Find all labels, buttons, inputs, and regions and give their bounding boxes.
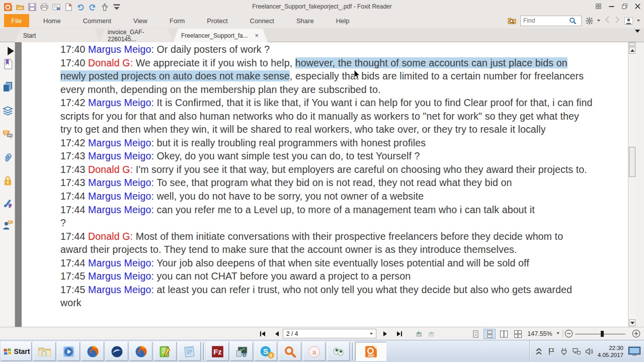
- taskbar-button-a-ring[interactable]: a: [303, 342, 326, 361]
- ribbon-tab-form[interactable]: Form: [158, 14, 196, 27]
- user-avatar[interactable]: [624, 17, 633, 25]
- power-plug-icon[interactable]: [560, 347, 568, 355]
- message-text: To see, that program what they bid on is…: [154, 177, 512, 188]
- message-sender: Margus Meigo:: [88, 257, 154, 268]
- search-in-files-icon[interactable]: [508, 17, 516, 25]
- hidden-icons-chevron-icon[interactable]: [535, 347, 543, 355]
- zoom-out-button[interactable]: [565, 329, 573, 338]
- media-player-icon: [62, 345, 75, 358]
- page-dropdown-caret[interactable]: [370, 333, 373, 335]
- speaker-icon[interactable]: [585, 347, 593, 355]
- comments-icon[interactable]: [2, 129, 14, 140]
- ribbon-tab-connect[interactable]: Connect: [239, 14, 285, 27]
- zoom-level[interactable]: 147.55%: [524, 330, 555, 337]
- person-chat-icon[interactable]: [2, 219, 14, 231]
- pages-icon[interactable]: [2, 81, 14, 93]
- win-close-icon[interactable]: [634, 3, 641, 10]
- first-page-button[interactable]: [258, 329, 268, 338]
- close-tab-icon[interactable]: ×: [255, 32, 259, 39]
- taskbar-button-foxit-pdf[interactable]: PDF: [355, 342, 386, 361]
- taskbar-button-explorer[interactable]: [33, 342, 56, 361]
- taskbar-separator: [352, 343, 354, 360]
- pdf-page[interactable]: 17:40 Margus Meigo: Or daily posters of …: [22, 42, 628, 327]
- zoom-slider-thumb[interactable]: [601, 331, 604, 337]
- gear-icon[interactable]: [586, 17, 593, 25]
- doc-tab-2[interactable]: invoice_GAF-2260145...: [100, 29, 173, 42]
- paperclip-icon[interactable]: [2, 152, 14, 163]
- find-input[interactable]: [521, 17, 569, 25]
- taskbar-button-search-tool[interactable]: [279, 342, 301, 361]
- taskbar-button-firefox[interactable]: [130, 342, 152, 361]
- page-number-box[interactable]: 2 / 4: [283, 329, 376, 338]
- taskbar-button-filezilla[interactable]: Fz: [206, 342, 229, 361]
- message-sender: Margus Meigo:: [88, 44, 154, 55]
- win-restore-icon[interactable]: [621, 3, 628, 10]
- scroll-up-arrow[interactable]: [629, 47, 635, 54]
- win-tile-icon[interactable]: [595, 3, 602, 10]
- ribbon-tab-home[interactable]: Home: [32, 14, 72, 27]
- taskbar-button-system-monitor[interactable]: [230, 342, 253, 361]
- find-bar: [508, 15, 640, 27]
- filezilla-icon: Fz: [211, 345, 224, 358]
- ribbon-tab-comment[interactable]: Comment: [72, 14, 122, 27]
- doc-tab-3[interactable]: Freelancer_Support_fa...×: [173, 29, 268, 42]
- system-monitor-icon: [235, 345, 248, 358]
- tray-clock[interactable]: 22:30 4.05.2017: [598, 344, 623, 358]
- ribbon-tab-view[interactable]: View: [122, 14, 158, 27]
- scroll-down-arrow[interactable]: [629, 319, 635, 326]
- continuous-view-button[interactable]: [484, 329, 496, 339]
- doc-tab-label: invoice_GAF-2260145...: [108, 29, 165, 43]
- ribbon-tab-protect[interactable]: Protect: [196, 14, 238, 27]
- taskbar-button-media-player[interactable]: [57, 342, 80, 361]
- magnifier-icon[interactable]: [569, 17, 577, 25]
- signature-icon[interactable]: [2, 197, 14, 209]
- next-page-button[interactable]: [380, 329, 390, 338]
- chat-message: 17:40 Margus Meigo: Or daily posters of …: [60, 43, 593, 56]
- history-back-icon[interactable]: [604, 16, 610, 25]
- desktop-monitor-icon[interactable]: [628, 346, 641, 356]
- history-forward-icon[interactable]: [614, 16, 620, 25]
- continuous-facing-view-button[interactable]: [512, 329, 524, 339]
- chat-message: 17:42 Margus Meigo: It is Confirmed, tha…: [60, 96, 593, 136]
- previous-page-button[interactable]: [272, 329, 282, 338]
- vertical-scrollbar[interactable]: [628, 42, 635, 327]
- win-min-icon[interactable]: [608, 3, 615, 10]
- scrollbar-thumb[interactable]: [629, 147, 635, 177]
- ribbon-tab-help[interactable]: Help: [325, 14, 361, 27]
- zoom-slider-track[interactable]: [575, 334, 625, 335]
- explorer-icon: [38, 345, 51, 358]
- zoom-in-button[interactable]: [632, 329, 640, 338]
- start-button[interactable]: Start: [1, 342, 32, 361]
- page-indicator: 2 / 4: [286, 330, 298, 337]
- single-page-view-button[interactable]: [469, 329, 481, 339]
- start-label: Start: [14, 347, 30, 355]
- gear-dropdown-caret[interactable]: [597, 20, 600, 22]
- avatar-dropdown-caret[interactable]: [637, 20, 640, 22]
- taskbar-button-eyes-tool[interactable]: [327, 342, 350, 361]
- previous-view-button[interactable]: [414, 329, 424, 338]
- lock-icon[interactable]: [2, 175, 14, 187]
- taskbar-button-firefox[interactable]: [82, 342, 104, 361]
- last-page-button[interactable]: [394, 329, 405, 338]
- next-view-button[interactable]: [427, 329, 437, 338]
- bookmark-icon[interactable]: [2, 58, 14, 70]
- taskbar-button-seamonkey[interactable]: [106, 342, 128, 361]
- taskbar-button-notepad[interactable]: [178, 342, 201, 361]
- zoom-dropdown-caret[interactable]: [556, 332, 559, 334]
- chat-message: 17:45 Margus Meigo: you can not CHAT bef…: [60, 269, 593, 283]
- taskbar-button-notepad-plus[interactable]: [154, 342, 177, 361]
- ribbon-tabs: HomeCommentViewFormProtectConnectShareHe…: [32, 14, 360, 27]
- message-sender: Donald G:: [88, 231, 133, 242]
- taskbar-button-skype[interactable]: S9: [255, 342, 277, 361]
- action-flag-icon[interactable]: [547, 347, 555, 355]
- scrollbar-split-handle[interactable]: [629, 42, 635, 46]
- ribbon-tab-share[interactable]: Share: [285, 14, 325, 27]
- chat-message: 17:43 Margus Meigo: Okey, do you want si…: [60, 149, 593, 163]
- expand-ribbon-caret[interactable]: [635, 33, 640, 42]
- layers-icon[interactable]: [2, 105, 14, 117]
- doc-tab-1[interactable]: Start: [15, 29, 100, 42]
- facing-view-button[interactable]: [498, 329, 510, 339]
- ribbon-tab-file[interactable]: File: [4, 14, 29, 27]
- network-icon[interactable]: [573, 347, 581, 355]
- message-text: ?: [60, 217, 66, 228]
